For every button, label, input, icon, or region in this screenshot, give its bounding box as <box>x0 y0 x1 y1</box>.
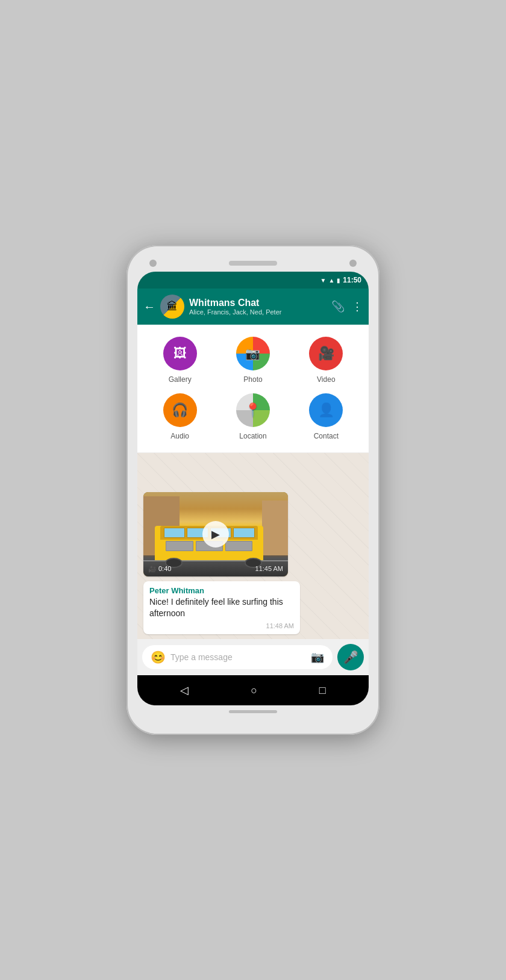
speaker <box>229 261 277 266</box>
camera-button[interactable]: 📷 <box>311 651 324 664</box>
chat-members: Alice, Francis, Jack, Ned, Peter <box>189 308 326 316</box>
message-sender: Peter Whitman <box>149 586 294 595</box>
video-meta: 🎥 0:40 11:45 AM <box>148 565 283 573</box>
chat-area: ▶ 🎥 0:40 11:45 AM Peter Whitman Nice! <box>137 453 369 675</box>
nav-back-icon[interactable]: ◁ <box>180 684 189 697</box>
mic-icon: 🎤 <box>343 650 358 664</box>
header-actions: 📎 ⋮ <box>331 300 363 313</box>
attachment-menu: 🖼 Gallery 📷 Photo 🎥 Video <box>137 325 369 453</box>
gallery-label: Gallery <box>169 375 192 384</box>
video-camera-icon: 🎥 <box>148 565 157 573</box>
signal-icon: ▲ <box>328 277 334 284</box>
location-pin-icon: 📍 <box>245 402 261 418</box>
photo-circle: 📷 <box>236 337 270 370</box>
video-timestamp: 11:45 AM <box>255 565 283 572</box>
photo-icon: 📷 <box>245 346 260 361</box>
gallery-icon: 🖼 <box>173 346 187 361</box>
text-message: Peter Whitman Nice! I definitely feel li… <box>143 581 300 634</box>
mic-button[interactable]: 🎤 <box>337 644 364 670</box>
message-input-field[interactable]: 😊 Type a message 📷 <box>142 645 333 669</box>
photo-label: Photo <box>243 375 262 384</box>
nav-home-icon[interactable]: ○ <box>251 684 257 697</box>
location-label: Location <box>239 432 266 440</box>
location-circle: 📍 <box>236 393 270 427</box>
audio-icon: 🎧 <box>172 402 188 418</box>
attach-audio[interactable]: 🎧 Audio <box>143 393 216 440</box>
phone-top-notch <box>137 256 369 272</box>
attach-contact[interactable]: 👤 Contact <box>290 393 363 440</box>
header-info: Whitmans Chat Alice, Francis, Jack, Ned,… <box>189 298 326 316</box>
contact-label: Contact <box>314 432 339 440</box>
status-icons: ▼ ▲ ▮ 11:50 <box>320 276 361 284</box>
attach-video[interactable]: 🎥 Video <box>290 337 363 384</box>
audio-label: Audio <box>170 432 189 440</box>
message-footer: 11:48 AM <box>149 622 294 629</box>
home-bar <box>229 710 277 713</box>
attach-photo[interactable]: 📷 Photo <box>216 337 289 384</box>
chat-title: Whitmans Chat <box>189 298 326 308</box>
attach-gallery[interactable]: 🖼 Gallery <box>143 337 216 384</box>
attach-location[interactable]: 📍 Location <box>216 393 289 440</box>
phone-bottom <box>137 705 369 716</box>
phone-screen: ▼ ▲ ▮ 11:50 ← 🏛 Whitmans Chat Alice, Fra… <box>137 272 369 705</box>
message-text: Nice! I definitely feel like surfing thi… <box>149 596 294 620</box>
chat-header: ← 🏛 Whitmans Chat Alice, Francis, Jack, … <box>137 289 369 325</box>
audio-circle: 🎧 <box>163 393 197 427</box>
location-map: 📍 <box>236 393 270 427</box>
input-bar: 😊 Type a message 📷 🎤 <box>137 639 369 675</box>
phone-frame: ▼ ▲ ▮ 11:50 ← 🏛 Whitmans Chat Alice, Fra… <box>126 245 380 735</box>
video-circle: 🎥 <box>309 337 343 370</box>
more-options-icon[interactable]: ⋮ <box>352 300 363 313</box>
group-avatar: 🏛 <box>160 295 184 319</box>
contact-icon: 👤 <box>318 402 334 418</box>
contact-circle: 👤 <box>309 393 343 427</box>
wifi-icon: ▼ <box>320 277 326 284</box>
gallery-circle: 🖼 <box>163 337 197 370</box>
avatar-icon: 🏛 <box>167 301 178 313</box>
video-label: Video <box>317 375 335 384</box>
battery-icon: ▮ <box>337 277 340 284</box>
video-duration: 🎥 0:40 <box>148 565 171 573</box>
play-button[interactable]: ▶ <box>202 521 229 548</box>
emoji-button[interactable]: 😊 <box>151 650 166 664</box>
chat-messages: ▶ 🎥 0:40 11:45 AM Peter Whitman Nice! <box>137 487 369 639</box>
nav-recents-icon[interactable]: □ <box>319 684 326 697</box>
status-time: 11:50 <box>343 276 361 284</box>
video-icon: 🎥 <box>318 346 334 361</box>
video-thumbnail: ▶ 🎥 0:40 11:45 AM <box>143 492 288 576</box>
bottom-nav: ◁ ○ □ <box>137 675 369 705</box>
message-input-placeholder: Type a message <box>170 652 306 662</box>
back-button[interactable]: ← <box>143 300 155 314</box>
video-message[interactable]: ▶ 🎥 0:40 11:45 AM <box>143 492 288 576</box>
front-camera <box>149 260 157 267</box>
front-camera-2 <box>349 260 357 267</box>
message-timestamp: 11:48 AM <box>266 622 294 629</box>
attach-icon[interactable]: 📎 <box>331 300 345 313</box>
status-bar: ▼ ▲ ▮ 11:50 <box>137 272 369 289</box>
